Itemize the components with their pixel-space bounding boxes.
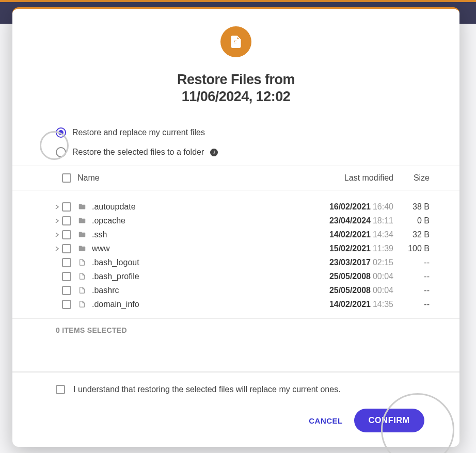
row-name: .domain_info — [92, 300, 307, 309]
row-size: -- — [393, 272, 430, 281]
table-row[interactable]: .domain_info14/02/202114:35-- — [53, 297, 430, 311]
modal-title-prefix: Restore Files from — [33, 72, 439, 88]
radio-folder[interactable] — [56, 147, 66, 157]
row-name: .bash_profile — [92, 272, 307, 281]
restore-files-modal: Restore Files from 11/06/2024, 12:02 Res… — [12, 7, 459, 447]
restore-options: Restore and replace my current files Res… — [12, 117, 459, 166]
row-name: .autoupdate — [92, 202, 307, 212]
table-row[interactable]: .bash_profile25/05/200800:04-- — [53, 269, 430, 283]
folder-icon — [77, 245, 92, 252]
row-modified: 23/03/201702:15 — [307, 258, 393, 267]
row-size: 0 B — [393, 216, 430, 225]
row-modified: 25/05/200800:04 — [307, 272, 393, 281]
info-icon[interactable]: i — [210, 149, 218, 156]
table-header: Name Last modified Size — [12, 166, 459, 190]
row-modified: 14/02/202114:35 — [307, 300, 393, 309]
row-size: 100 B — [393, 244, 430, 253]
row-checkbox[interactable] — [62, 244, 71, 253]
chevron-right-icon[interactable] — [53, 218, 62, 223]
row-name: .bashrc — [92, 286, 307, 295]
folder-icon — [77, 217, 92, 224]
option-folder-label: Restore the selected files to a folder — [72, 148, 204, 157]
row-size: -- — [393, 286, 430, 295]
table-row[interactable]: .bash_logout23/03/201702:15-- — [53, 255, 430, 269]
file-icon — [77, 258, 92, 266]
row-name: .opcache — [92, 216, 307, 225]
radio-replace[interactable] — [56, 127, 66, 138]
row-name: .bash_logout — [92, 258, 307, 267]
file-table: Name Last modified Size .autoupdate16/02… — [12, 166, 459, 372]
confirm-button[interactable]: CONFIRM — [354, 409, 424, 432]
row-checkbox[interactable] — [62, 202, 71, 212]
modal-header: Restore Files from 11/06/2024, 12:02 — [12, 9, 459, 117]
modal-footer: CANCEL CONFIRM — [12, 400, 459, 447]
file-icon — [220, 26, 251, 57]
understand-label: I understand that restoring the selected… — [73, 385, 341, 394]
row-size: 32 B — [393, 230, 430, 239]
folder-icon — [77, 231, 92, 238]
table-row[interactable]: .autoupdate16/02/202116:4038 B — [53, 200, 430, 214]
row-checkbox[interactable] — [62, 230, 71, 239]
row-size: -- — [393, 258, 430, 267]
table-row[interactable]: .opcache23/04/202418:110 B — [53, 214, 430, 228]
col-size[interactable]: Size — [393, 173, 430, 183]
select-all-checkbox[interactable] — [62, 173, 71, 183]
row-modified: 25/05/200800:04 — [307, 286, 393, 295]
table-row[interactable]: .ssh14/02/202114:3432 B — [53, 228, 430, 241]
row-modified: 15/02/202111:39 — [307, 244, 393, 253]
row-checkbox[interactable] — [62, 300, 71, 309]
row-modified: 23/04/202418:11 — [307, 216, 393, 225]
row-name: www — [92, 244, 307, 253]
chevron-right-icon[interactable] — [53, 246, 62, 251]
row-checkbox[interactable] — [62, 258, 71, 267]
table-row[interactable]: .bashrc25/05/200800:04-- — [53, 283, 430, 297]
svg-rect-2 — [233, 45, 236, 45]
chevron-right-icon[interactable] — [53, 232, 62, 237]
understand-checkbox[interactable] — [56, 385, 65, 394]
file-icon — [77, 286, 92, 294]
modal-title-date: 11/06/2024, 12:02 — [33, 89, 439, 105]
col-modified[interactable]: Last modified — [307, 173, 393, 183]
selection-count: 0 ITEMS SELECTED — [12, 318, 459, 342]
row-checkbox[interactable] — [62, 272, 71, 281]
file-icon — [77, 272, 92, 280]
table-rows: .autoupdate16/02/202116:4038 B.opcache23… — [12, 190, 459, 318]
row-modified: 14/02/202114:34 — [307, 230, 393, 239]
row-modified: 16/02/202116:40 — [307, 202, 393, 212]
svg-rect-0 — [233, 42, 238, 42]
understand-row[interactable]: I understand that restoring the selected… — [12, 372, 459, 400]
option-folder[interactable]: Restore the selected files to a folder i — [56, 147, 429, 157]
svg-rect-1 — [233, 43, 238, 44]
row-size: 38 B — [393, 202, 430, 212]
option-replace[interactable]: Restore and replace my current files — [56, 127, 429, 138]
table-row[interactable]: www15/02/202111:39100 B — [53, 241, 430, 255]
col-name[interactable]: Name — [77, 173, 307, 183]
folder-icon — [77, 203, 92, 211]
row-size: -- — [393, 300, 430, 309]
row-checkbox[interactable] — [62, 216, 71, 225]
option-replace-label: Restore and replace my current files — [72, 128, 205, 137]
row-name: .ssh — [92, 230, 307, 239]
file-icon — [77, 300, 92, 308]
cancel-button[interactable]: CANCEL — [309, 416, 343, 425]
chevron-right-icon[interactable] — [53, 204, 62, 209]
row-checkbox[interactable] — [62, 286, 71, 295]
